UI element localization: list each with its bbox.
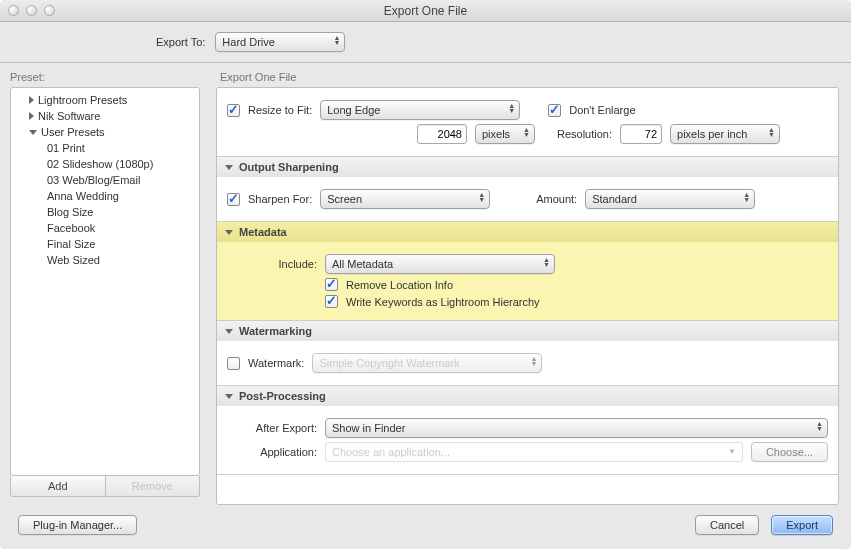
write-hierarchy-label: Write Keywords as Lightroom Hierarchy — [346, 296, 540, 308]
application-label: Application: — [227, 446, 317, 458]
preset-column: Preset: Lightroom Presets Nik Software U… — [0, 63, 210, 505]
resolution-label: Resolution: — [557, 128, 612, 140]
panel-image-sizing: Resize to Fit: Long Edge ▲▼ Don't Enlarg… — [217, 88, 838, 157]
panel-header[interactable]: Post-Processing — [217, 386, 838, 406]
preset-list[interactable]: Lightroom Presets Nik Software User Pres… — [10, 87, 200, 476]
watermark-value: Simple Copyright Watermark — [319, 357, 459, 369]
amount-label: Amount: — [536, 193, 577, 205]
after-export-select[interactable]: Show in Finder ▲▼ — [325, 418, 828, 438]
application-field: Choose an application... ▼ — [325, 442, 743, 462]
window-controls — [8, 5, 55, 16]
panel-header[interactable]: Watermarking — [217, 321, 838, 341]
preset-item[interactable]: 01 Print — [11, 140, 199, 156]
preset-group[interactable]: User Presets — [11, 124, 199, 140]
dont-enlarge-checkbox[interactable] — [548, 104, 561, 117]
remove-preset-button: Remove — [106, 476, 200, 496]
close-icon[interactable] — [8, 5, 19, 16]
disclosure-down-icon — [225, 230, 233, 235]
add-preset-button[interactable]: Add — [11, 476, 106, 496]
updown-icon: ▲▼ — [816, 421, 823, 431]
remove-location-checkbox[interactable] — [325, 278, 338, 291]
updown-icon: ▲▼ — [508, 103, 515, 113]
watermark-checkbox[interactable] — [227, 357, 240, 370]
choose-label: Choose... — [766, 446, 813, 458]
cancel-label: Cancel — [710, 519, 744, 531]
export-to-select[interactable]: Hard Drive ▲▼ — [215, 32, 345, 52]
remove-location-label: Remove Location Info — [346, 279, 453, 291]
resolution-unit-select[interactable]: pixels per inch ▲▼ — [670, 124, 780, 144]
updown-icon: ▲▼ — [743, 192, 750, 202]
panel-post-processing: Post-Processing After Export: Show in Fi… — [217, 386, 838, 475]
preset-item[interactable]: 03 Web/Blog/Email — [11, 172, 199, 188]
preset-item[interactable]: Anna Wedding — [11, 188, 199, 204]
plugin-manager-label: Plug-in Manager... — [33, 519, 122, 531]
sharpen-for-select[interactable]: Screen ▲▼ — [320, 189, 490, 209]
history-dropdown-icon: ▼ — [728, 447, 736, 456]
sharpen-for-checkbox[interactable] — [227, 193, 240, 206]
updown-icon: ▲▼ — [531, 356, 538, 366]
amount-value: Standard — [592, 193, 637, 205]
sharpen-for-label: Sharpen For: — [248, 193, 312, 205]
include-value: All Metadata — [332, 258, 393, 270]
export-button[interactable]: Export — [771, 515, 833, 535]
application-placeholder: Choose an application... — [332, 446, 450, 458]
disclosure-down-icon — [225, 165, 233, 170]
panel-watermarking: Watermarking Watermark: Simple Copyright… — [217, 321, 838, 386]
export-to-label: Export To: — [156, 36, 205, 48]
updown-icon: ▲▼ — [543, 257, 550, 267]
export-to-value: Hard Drive — [222, 36, 275, 48]
preset-item[interactable]: Web Sized — [11, 252, 199, 268]
amount-select[interactable]: Standard ▲▼ — [585, 189, 755, 209]
panel-title: Metadata — [239, 226, 287, 238]
preset-buttons: Add Remove — [10, 476, 200, 497]
resize-to-fit-label: Resize to Fit: — [248, 104, 312, 116]
dialog-footer: Plug-in Manager... Cancel Export — [0, 505, 851, 549]
after-export-value: Show in Finder — [332, 422, 405, 434]
write-hierarchy-checkbox[interactable] — [325, 295, 338, 308]
main-columns: Preset: Lightroom Presets Nik Software U… — [0, 62, 851, 505]
dont-enlarge-label: Don't Enlarge — [569, 104, 635, 116]
disclosure-down-icon — [225, 329, 233, 334]
watermark-label: Watermark: — [248, 357, 304, 369]
updown-icon: ▲▼ — [478, 192, 485, 202]
preset-item[interactable]: Facebook — [11, 220, 199, 236]
preset-item[interactable]: Final Size — [11, 236, 199, 252]
resolution-unit-value: pixels per inch — [677, 128, 747, 140]
disclosure-right-icon — [29, 112, 34, 120]
settings-panels: Resize to Fit: Long Edge ▲▼ Don't Enlarg… — [216, 87, 839, 505]
disclosure-down-icon — [29, 130, 37, 135]
preset-group-label: Lightroom Presets — [38, 94, 127, 106]
updown-icon: ▲▼ — [768, 127, 775, 137]
choose-application-button: Choose... — [751, 442, 828, 462]
resolution-input[interactable] — [620, 124, 662, 144]
minimize-icon[interactable] — [26, 5, 37, 16]
panel-header[interactable]: Metadata — [217, 222, 838, 242]
preset-header: Preset: — [0, 63, 210, 87]
sharpen-for-value: Screen — [327, 193, 362, 205]
panel-output-sharpening: Output Sharpening Sharpen For: Screen ▲▼… — [217, 157, 838, 222]
dimension-unit-select[interactable]: pixels ▲▼ — [475, 124, 535, 144]
cancel-button[interactable]: Cancel — [695, 515, 759, 535]
updown-icon: ▲▼ — [523, 127, 530, 137]
preset-item[interactable]: 02 Slideshow (1080p) — [11, 156, 199, 172]
preset-group[interactable]: Nik Software — [11, 108, 199, 124]
dimension-input[interactable] — [417, 124, 467, 144]
panel-header[interactable]: Output Sharpening — [217, 157, 838, 177]
include-select[interactable]: All Metadata ▲▼ — [325, 254, 555, 274]
panel-title: Post-Processing — [239, 390, 326, 402]
preset-group[interactable]: Lightroom Presets — [11, 92, 199, 108]
window-title: Export One File — [384, 4, 467, 18]
plugin-manager-button[interactable]: Plug-in Manager... — [18, 515, 137, 535]
after-export-label: After Export: — [227, 422, 317, 434]
watermark-select: Simple Copyright Watermark ▲▼ — [312, 353, 542, 373]
resize-to-fit-checkbox[interactable] — [227, 104, 240, 117]
resize-mode-value: Long Edge — [327, 104, 380, 116]
resize-mode-select[interactable]: Long Edge ▲▼ — [320, 100, 520, 120]
include-label: Include: — [227, 258, 317, 270]
preset-item[interactable]: Blog Size — [11, 204, 199, 220]
zoom-icon[interactable] — [44, 5, 55, 16]
export-to-row: Export To: Hard Drive ▲▼ — [0, 22, 851, 62]
preset-group-label: Nik Software — [38, 110, 100, 122]
panel-metadata: Metadata Include: All Metadata ▲▼ — [217, 222, 838, 321]
panel-title: Watermarking — [239, 325, 312, 337]
